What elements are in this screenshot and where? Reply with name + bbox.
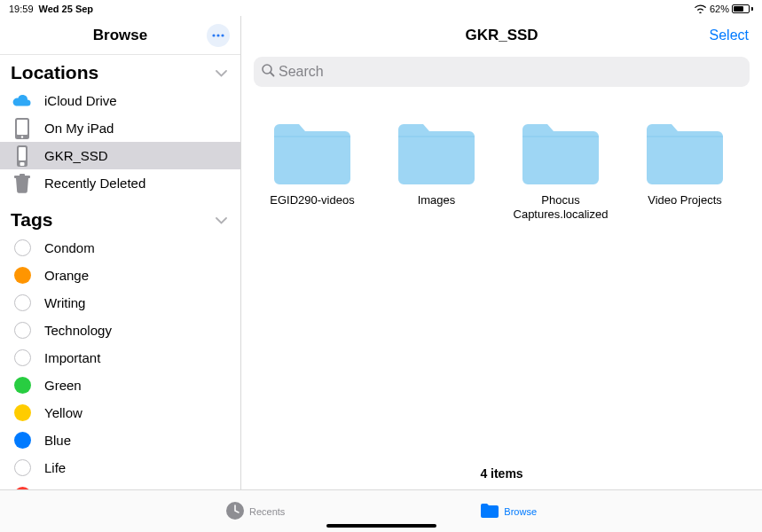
sidebar-tag-condom[interactable]: Condom [0, 234, 240, 262]
tab-bar: Recents Browse [0, 489, 762, 532]
sidebar-item-label: Condom [44, 240, 95, 255]
sidebar-item-label: Yellow [44, 405, 82, 420]
folder-label: Images [418, 193, 456, 207]
sidebar-item-label: iCloud Drive [44, 93, 117, 108]
sidebar-item-icloud-drive[interactable]: iCloud Drive [0, 87, 240, 114]
home-indicator[interactable] [326, 524, 436, 528]
sidebar-tag-green[interactable]: Green [0, 372, 240, 399]
sidebar-item-label: Important [44, 350, 100, 365]
sidebar-tag-important[interactable]: Important [0, 344, 240, 372]
search-input[interactable] [279, 64, 742, 80]
sidebar-tag-red[interactable]: Red [0, 481, 240, 489]
status-bar: 19:59 Wed 25 Sep 62% [0, 0, 762, 16]
items-count: 4 items [241, 458, 762, 489]
chevron-down-icon [216, 212, 227, 228]
sidebar-item-label: On My iPad [44, 121, 114, 136]
folder-icon [395, 121, 478, 190]
sidebar-item-label: Green [44, 378, 82, 393]
clock-icon [225, 501, 245, 522]
tag-dot-icon [14, 239, 31, 256]
tag-dot-icon [14, 377, 31, 394]
folder-label: EGID290-videos [270, 193, 354, 207]
tab-browse[interactable]: Browse [480, 503, 537, 520]
sidebar-item-label: GKR_SSD [44, 148, 108, 163]
tag-dot-icon [14, 432, 31, 449]
folder-item[interactable]: Phocus Captures.localized [499, 121, 623, 221]
status-time: 19:59 [9, 4, 34, 14]
tags-title: Tags [11, 209, 52, 231]
svg-rect-4 [17, 120, 27, 135]
folder-item[interactable]: Video Projects [623, 121, 747, 221]
folder-item[interactable]: EGID290-videos [250, 121, 374, 221]
folder-grid: EGID290-videosImagesPhocus Captures.loca… [241, 96, 762, 458]
location-icon [11, 145, 34, 168]
sidebar-item-gkr_ssd[interactable]: GKR_SSD [0, 142, 240, 169]
tab-recents-label: Recents [249, 506, 285, 517]
svg-point-1 [216, 34, 219, 36]
wifi-icon [694, 4, 707, 15]
sidebar-item-recently-deleted[interactable]: Recently Deleted [0, 169, 240, 197]
location-icon [11, 90, 34, 113]
sidebar-item-label: Life [44, 460, 66, 475]
svg-point-2 [221, 34, 224, 36]
sidebar-tag-yellow[interactable]: Yellow [0, 399, 240, 426]
sidebar-tag-life[interactable]: Life [0, 454, 240, 481]
svg-rect-10 [20, 174, 25, 176]
location-icon [11, 172, 34, 195]
tag-dot-icon [14, 322, 31, 339]
folder-icon [480, 503, 499, 520]
svg-point-0 [212, 34, 215, 36]
tag-dot-icon [14, 294, 31, 311]
sidebar-tag-technology[interactable]: Technology [0, 317, 240, 344]
tag-dot-icon [14, 349, 31, 366]
svg-line-12 [271, 73, 274, 76]
svg-point-5 [21, 136, 23, 137]
select-button[interactable]: Select [710, 27, 749, 43]
main-header: GKR_SSD Select [241, 16, 762, 55]
folder-icon [643, 121, 727, 190]
tab-recents[interactable]: Recents [225, 501, 285, 522]
folder-label: Phocus Captures.localized [507, 193, 614, 221]
status-date: Wed 25 Sep [39, 4, 94, 14]
sidebar: Browse Locations iCloud DriveOn My iPadG… [0, 16, 241, 489]
sidebar-item-label: Recently Deleted [44, 176, 145, 191]
tag-dot-icon [14, 267, 31, 284]
tag-dot-icon [14, 459, 31, 476]
search-field[interactable] [254, 57, 750, 87]
sidebar-title: Browse [93, 27, 147, 44]
battery-percent: 62% [710, 4, 729, 14]
location-icon [11, 117, 34, 140]
svg-rect-8 [20, 162, 25, 166]
chevron-down-icon [216, 65, 227, 81]
sidebar-tag-writing[interactable]: Writing [0, 289, 240, 317]
sidebar-item-label: Technology [44, 323, 112, 338]
folder-label: Video Projects [648, 193, 722, 207]
main-area: GKR_SSD Select EGID290-videosImagesPhocu… [241, 16, 762, 489]
sidebar-tag-orange[interactable]: Orange [0, 262, 240, 289]
sidebar-item-label: Orange [44, 268, 89, 283]
tag-dot-icon [14, 404, 31, 421]
folder-item[interactable]: Images [374, 121, 499, 221]
search-icon [261, 63, 275, 81]
svg-rect-7 [19, 147, 26, 160]
page-title: GKR_SSD [465, 27, 538, 44]
sidebar-item-label: Writing [44, 295, 85, 310]
folder-icon [271, 121, 354, 190]
sidebar-item-on-my-ipad[interactable]: On My iPad [0, 114, 240, 142]
sidebar-header: Browse [0, 16, 240, 55]
sidebar-item-label: Blue [44, 433, 71, 448]
locations-header[interactable]: Locations [0, 55, 240, 87]
tab-browse-label: Browse [504, 506, 537, 517]
more-button[interactable] [207, 24, 230, 47]
tags-header[interactable]: Tags [0, 202, 240, 234]
sidebar-tag-blue[interactable]: Blue [0, 426, 240, 454]
folder-icon [519, 121, 602, 190]
locations-title: Locations [11, 62, 98, 83]
battery-icon [732, 4, 753, 13]
